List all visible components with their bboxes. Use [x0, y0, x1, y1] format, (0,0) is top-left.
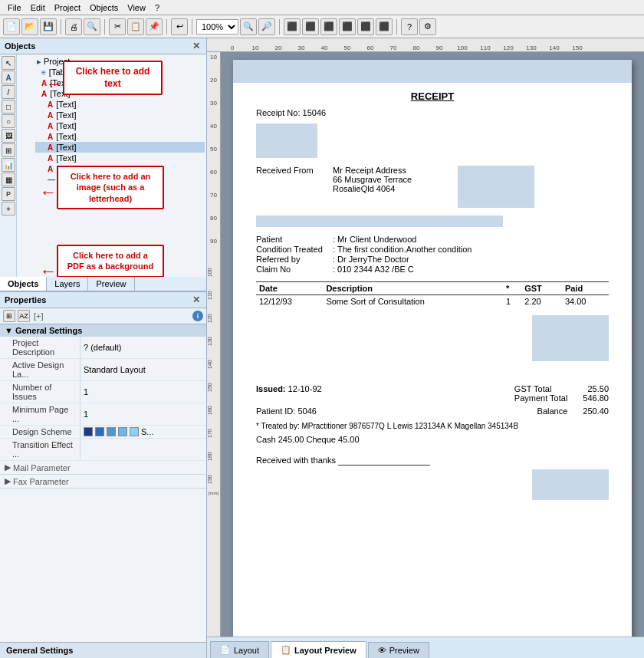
tree-item-6[interactable]: A [Text]	[35, 131, 205, 142]
payment-total-row: Payment Total 546.80	[514, 393, 609, 403]
min-page-value[interactable]: 1	[80, 403, 206, 425]
print-preview-button[interactable]: 🔍	[84, 18, 100, 35]
payment-total-value: 546.80	[583, 393, 609, 403]
properties-close[interactable]: ✕	[191, 294, 202, 305]
transition-value[interactable]	[80, 439, 206, 460]
align-right-button[interactable]: ⬛	[320, 18, 337, 35]
ruler-vertical: 10 20 30 40 50 60 70 80 90 100 110 120 1…	[207, 52, 221, 637]
vruler-130: 130	[207, 330, 220, 353]
num-issues-value[interactable]: 1	[80, 381, 206, 403]
table-row: 12/12/93 Some Sort of Consultation 1 2.2…	[256, 295, 609, 308]
menu-objects[interactable]: Objects	[85, 2, 123, 14]
toolbar-sep-5	[279, 19, 280, 35]
general-settings-header[interactable]: ▼ General Settings	[0, 324, 206, 337]
tree-item-7[interactable]: A [Text]	[35, 142, 205, 153]
tab-preview[interactable]: 👁 Preview	[368, 642, 429, 658]
align-top-button[interactable]: ⬛	[339, 18, 356, 35]
doc-signature: Received with thanks	[256, 456, 609, 466]
signature-line	[338, 456, 430, 466]
props-sort-btn[interactable]: AZ	[18, 310, 30, 322]
cut-button[interactable]: ✂	[109, 18, 126, 35]
patient-id-label: Patient ID:	[256, 406, 295, 416]
zoom-select[interactable]: 100% 75% 50% 125% 150%	[196, 19, 238, 35]
left-panel: Objects ✕ ↖ A / □ ○ 🖼 ⊞ 📊 ▦	[0, 38, 207, 658]
ruler-80: 80	[405, 44, 428, 51]
print-button[interactable]: 🖨	[65, 18, 82, 35]
open-button[interactable]: 📂	[21, 18, 38, 35]
ruler-90: 90	[428, 44, 451, 51]
menu-edit[interactable]: Edit	[26, 2, 50, 14]
zoom-out-button[interactable]: 🔎	[258, 18, 275, 35]
mail-param-section[interactable]: ▶ Mail Parameter	[0, 461, 206, 475]
doc-address: Received From Mr Receipt Address 66 Musg…	[256, 166, 609, 208]
menu-project[interactable]: Project	[50, 2, 85, 14]
fax-param-section[interactable]: ▶ Fax Parameter	[0, 475, 206, 489]
active-design-value[interactable]: Standard Layout	[80, 359, 206, 380]
rect-tool[interactable]: □	[2, 100, 15, 114]
preview-label: Preview	[389, 646, 419, 655]
align-bottom-button[interactable]: ⬛	[376, 18, 393, 35]
props-sort-az[interactable]: ⊞	[3, 310, 15, 322]
props-footer-label: General Settings	[6, 646, 73, 655]
tab-layers[interactable]: Layers	[47, 277, 88, 291]
tree-item-3[interactable]: A [Text]	[35, 99, 205, 110]
color-swatch-3	[107, 427, 116, 436]
tab-objects[interactable]: Objects	[0, 277, 47, 291]
align-middle-button[interactable]: ⬛	[357, 18, 374, 35]
vruler-80: 80	[207, 215, 220, 238]
condition-label: Condition Treated	[256, 245, 333, 254]
menu-file[interactable]: File	[3, 2, 26, 14]
oval-tool[interactable]: ○	[2, 114, 15, 128]
project-desc-value[interactable]: ? (default)	[80, 337, 206, 358]
patient-balance-row: Patient ID: 5046 Balance 250.40	[256, 406, 609, 416]
align-center-button[interactable]: ⬛	[302, 18, 319, 35]
toolbar-sep-2	[104, 19, 105, 35]
props-info-icon[interactable]: i	[192, 311, 203, 321]
chart-tool[interactable]: 📊	[2, 158, 15, 172]
menu-view[interactable]: View	[123, 2, 150, 14]
balance-block: Balance 250.40	[537, 406, 609, 416]
patient-id-block: Patient ID: 5046	[256, 406, 317, 416]
tab-preview[interactable]: Preview	[88, 277, 134, 291]
vruler-160: 160	[207, 399, 220, 422]
tree-item-5[interactable]: A [Text]	[35, 120, 205, 131]
image-tool[interactable]: 🖼	[2, 129, 15, 143]
barcode-tool[interactable]: ▦	[2, 173, 15, 186]
canvas-scroll[interactable]: RECEIPT Receipt No: 15046 Received From …	[221, 52, 644, 637]
totals-right: GST Total 25.50 Payment Total 546.80	[514, 384, 609, 403]
line-tool[interactable]: /	[2, 85, 15, 99]
help-button[interactable]: ?	[401, 18, 418, 35]
save-button[interactable]: 💾	[40, 18, 57, 35]
tree-item-4[interactable]: A [Text]	[35, 110, 205, 120]
table-tool[interactable]: ⊞	[2, 143, 15, 157]
menu-help[interactable]: ?	[150, 2, 164, 14]
issued-label: Issued:	[256, 384, 286, 393]
props-row-transition: Transition Effect ...	[0, 439, 206, 461]
new-button[interactable]: 📄	[3, 18, 20, 35]
objects-panel-close[interactable]: ✕	[191, 41, 202, 51]
text-tool[interactable]: A	[2, 71, 15, 84]
vruler-100: 100	[207, 261, 220, 284]
callout-text: Click here to add text	[63, 61, 163, 95]
zoom-in-button[interactable]: 🔍	[240, 18, 257, 35]
copy-button[interactable]: 📋	[127, 18, 144, 35]
design-scheme-value[interactable]: S...	[80, 426, 206, 438]
received-from-label: Received From	[256, 166, 317, 208]
tree-item-8[interactable]: A [Text]	[35, 153, 205, 163]
undo-button[interactable]: ↩	[171, 18, 188, 35]
design-scheme-label-s: S...	[141, 427, 154, 436]
extra-button[interactable]: ⚙	[419, 18, 436, 35]
menubar: File Edit Project Objects View ?	[0, 0, 644, 15]
extra-tool[interactable]: +	[2, 202, 15, 215]
paste-button[interactable]: 📌	[146, 18, 163, 35]
doc-fields: Patient : Mr Client Underwood Condition …	[256, 235, 609, 274]
thanks-text: Received with thanks	[256, 456, 336, 465]
pdf-tool[interactable]: P	[2, 187, 15, 201]
receipt-no-value: 15046	[303, 108, 327, 117]
select-tool[interactable]: ↖	[2, 56, 15, 70]
align-left-button[interactable]: ⬛	[284, 18, 301, 35]
vruler-150: 150	[207, 376, 220, 399]
ruler-110: 110	[474, 44, 497, 51]
tab-layout-preview[interactable]: 📋 Layout Preview	[271, 641, 366, 658]
tab-layout[interactable]: 📄 Layout	[210, 641, 269, 658]
